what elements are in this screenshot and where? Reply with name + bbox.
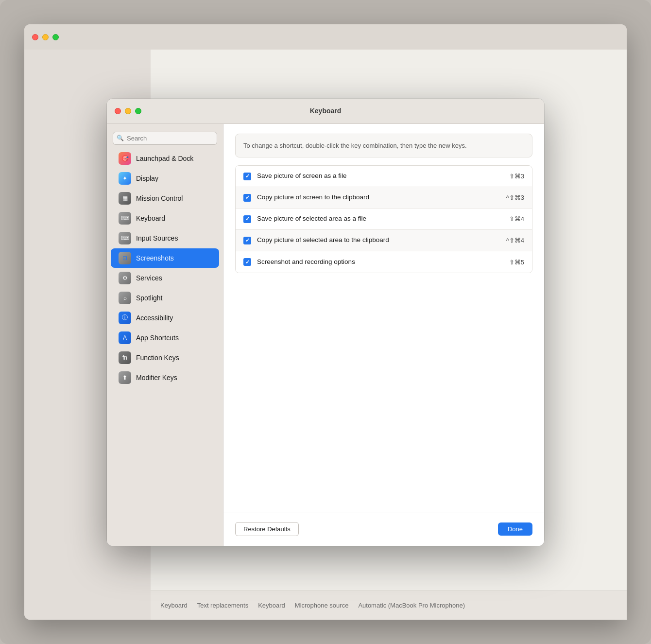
bg-label-mic-val: Automatic (MacBook Pro Microphone) [358, 602, 465, 609]
restore-defaults-button[interactable]: Restore Defaults [235, 522, 299, 536]
sidebar-icon-accessibility: ⓘ [119, 312, 131, 324]
shortcut-label-copy-area-clipboard: Copy picture of selected area to the cli… [257, 236, 500, 245]
shortcut-checkbox-copy-area-clipboard[interactable] [243, 237, 251, 244]
main-window: Keyboard 🔍 🎯Launchpad & Dock✦Display▦Mis… [107, 99, 544, 546]
sidebar-item-screenshots[interactable]: ⊡Screenshots [111, 248, 219, 268]
sidebar-icon-launchpad: 🎯 [119, 152, 131, 165]
shortcut-label-recording-options: Screenshot and recording options [257, 258, 503, 267]
shortcut-row-recording-options: Screenshot and recording options⇧⌘5 [236, 251, 532, 273]
done-button[interactable]: Done [498, 522, 532, 536]
shortcuts-list: Save picture of screen as a file⇧⌘3Copy … [235, 165, 532, 273]
sidebar-label-accessibility: Accessibility [136, 314, 173, 322]
sidebar-icon-services: ⚙ [119, 272, 131, 284]
search-container: 🔍 [113, 132, 217, 145]
shortcut-keys-copy-area-clipboard[interactable]: ^⇧⌘4 [506, 237, 524, 244]
sidebar-icon-mission: ▦ [119, 192, 131, 205]
bg-maximize-btn [52, 34, 59, 40]
window-title: Keyboard [310, 107, 342, 115]
close-button[interactable] [115, 108, 121, 114]
instruction-box: To change a shortcut, double-click the k… [235, 134, 532, 158]
instruction-text: To change a shortcut, double-click the k… [243, 142, 467, 149]
bg-close-btn [32, 34, 38, 40]
sidebar-item-accessibility[interactable]: ⓘAccessibility [111, 308, 219, 328]
sidebar-icon-modifierkeys: ⬆ [119, 371, 131, 384]
sidebar-items-list: 🎯Launchpad & Dock✦Display▦Mission Contro… [107, 149, 223, 387]
bg-titlebar [24, 24, 627, 50]
shortcut-keys-save-area-file[interactable]: ⇧⌘4 [509, 215, 524, 223]
sidebar-icon-screenshots: ⊡ [119, 252, 131, 264]
shortcut-label-copy-screen-clipboard: Copy picture of screen to the clipboard [257, 193, 500, 202]
sidebar-label-appshortcuts: App Shortcuts [136, 334, 179, 342]
bg-bottom-bar: Keyboard Text replacements Keyboard Micr… [151, 591, 627, 620]
content-inner: To change a shortcut, double-click the k… [223, 124, 544, 512]
bg-label-text: Text replacements [197, 602, 249, 609]
sidebar-item-modifierkeys[interactable]: ⬆Modifier Keys [111, 368, 219, 387]
shortcut-keys-copy-screen-clipboard[interactable]: ^⇧⌘3 [506, 194, 524, 201]
sidebar-item-input[interactable]: ⌨Input Sources [111, 228, 219, 248]
bg-label-keyboard2: Keyboard [258, 602, 285, 609]
bg-label-mic: Microphone source [295, 602, 349, 609]
window-body: 🔍 🎯Launchpad & Dock✦Display▦Mission Cont… [107, 124, 544, 546]
shortcut-row-save-area-file: Save picture of selected area as a file⇧… [236, 209, 532, 230]
sidebar-item-mission[interactable]: ▦Mission Control [111, 189, 219, 208]
shortcut-keys-recording-options[interactable]: ⇧⌘5 [509, 259, 524, 266]
shortcut-label-save-screen-file: Save picture of screen as a file [257, 172, 503, 181]
shortcut-label-save-area-file: Save picture of selected area as a file [257, 214, 503, 224]
sidebar-icon-appshortcuts: A [119, 331, 131, 344]
sidebar-label-keyboard: Keyboard [136, 214, 165, 222]
sidebar-item-appshortcuts[interactable]: AApp Shortcuts [111, 328, 219, 348]
sidebar-item-functionkeys[interactable]: fnFunction Keys [111, 348, 219, 367]
sidebar-label-display: Display [136, 174, 158, 182]
shortcut-row-save-screen-file: Save picture of screen as a file⇧⌘3 [236, 166, 532, 187]
content-area: To change a shortcut, double-click the k… [223, 124, 544, 546]
sidebar-icon-spotlight: ⌕ [119, 292, 131, 304]
bg-label-keyboard: Keyboard [160, 602, 188, 609]
sidebar-label-functionkeys: Function Keys [136, 354, 179, 362]
sidebar-icon-input: ⌨ [119, 232, 131, 244]
sidebar: 🔍 🎯Launchpad & Dock✦Display▦Mission Cont… [107, 124, 223, 546]
sidebar-item-keyboard[interactable]: ⌨Keyboard [111, 209, 219, 228]
sidebar-label-input: Input Sources [136, 234, 178, 242]
sidebar-icon-functionkeys: fn [119, 351, 131, 364]
bg-minimize-btn [42, 34, 49, 40]
sidebar-item-display[interactable]: ✦Display [111, 169, 219, 188]
sidebar-label-launchpad: Launchpad & Dock [136, 155, 193, 162]
titlebar: Keyboard [107, 99, 544, 124]
maximize-button[interactable] [135, 108, 141, 114]
window-controls [115, 108, 141, 114]
shortcut-row-copy-screen-clipboard: Copy picture of screen to the clipboard^… [236, 187, 532, 209]
sidebar-label-modifierkeys: Modifier Keys [136, 374, 177, 382]
sidebar-label-spotlight: Spotlight [136, 294, 162, 302]
shortcut-checkbox-save-area-file[interactable] [243, 215, 251, 223]
minimize-button[interactable] [125, 108, 131, 114]
shortcut-checkbox-save-screen-file[interactable] [243, 173, 251, 180]
sidebar-label-mission: Mission Control [136, 194, 183, 202]
sidebar-item-launchpad[interactable]: 🎯Launchpad & Dock [111, 149, 219, 168]
sidebar-item-services[interactable]: ⚙Services [111, 268, 219, 288]
search-input[interactable] [113, 132, 217, 145]
sidebar-icon-keyboard: ⌨ [119, 212, 131, 225]
sidebar-icon-display: ✦ [119, 172, 131, 185]
sidebar-item-spotlight[interactable]: ⌕Spotlight [111, 288, 219, 308]
sidebar-label-services: Services [136, 274, 162, 282]
search-icon: 🔍 [117, 135, 124, 141]
shortcut-row-copy-area-clipboard: Copy picture of selected area to the cli… [236, 230, 532, 251]
bottom-bar: Restore Defaults Done [223, 512, 544, 546]
shortcut-keys-save-screen-file[interactable]: ⇧⌘3 [509, 173, 524, 180]
sidebar-label-screenshots: Screenshots [136, 254, 174, 262]
desktop: Keyboard Text replacements Keyboard Micr… [0, 0, 651, 644]
shortcut-checkbox-copy-screen-clipboard[interactable] [243, 194, 251, 202]
shortcut-checkbox-recording-options[interactable] [243, 258, 251, 266]
